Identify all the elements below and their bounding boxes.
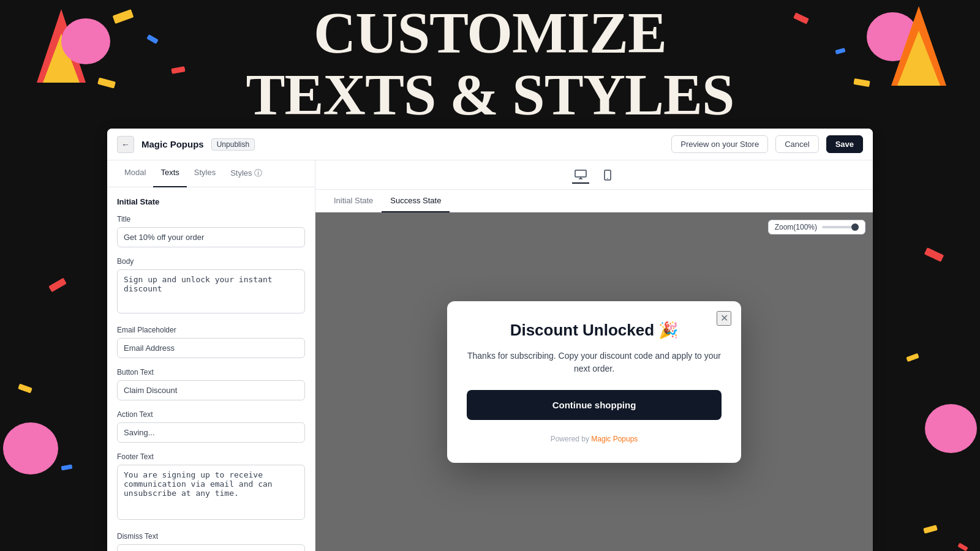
save-button[interactable]: Save <box>826 135 863 153</box>
popup-title: Discount Unlocked 🎉 <box>467 321 722 340</box>
tab-initial-state[interactable]: Initial State <box>325 190 382 212</box>
confetti-r2 <box>835 48 845 54</box>
confetti-r3 <box>853 78 870 87</box>
toolbar: ← Magic Popups Unpublish Preview on your… <box>107 129 873 160</box>
section-title: Initial State <box>117 197 305 206</box>
svg-rect-0 <box>575 170 586 177</box>
preview-toolbar <box>315 160 873 190</box>
zoom-label: Zoom(100%) <box>775 223 817 231</box>
confetti-2 <box>146 34 159 44</box>
confetti-side-l2 <box>18 384 32 394</box>
popup-close-button[interactable]: ✕ <box>717 311 731 326</box>
right-panel: Initial State Success State Zoom(100%) ✕… <box>315 160 873 551</box>
pink-blob-side-l <box>3 422 58 474</box>
right-side-deco <box>873 129 980 551</box>
confetti-side-r4 <box>923 525 938 533</box>
continue-shopping-button[interactable]: Continue shopping <box>467 390 722 420</box>
confetti-side-l3 <box>61 464 73 470</box>
dismiss-text-input[interactable] <box>117 544 305 551</box>
popup-modal: ✕ Discount Unlocked 🎉 Thanks for subscri… <box>447 301 741 463</box>
tab-styles0[interactable]: Styles ⓘ <box>223 160 270 187</box>
left-side-deco <box>0 129 107 551</box>
powered-by-link[interactable]: Magic Popups <box>591 435 638 443</box>
back-button[interactable]: ← <box>117 136 134 153</box>
confetti-r1 <box>793 12 809 24</box>
action-text-input[interactable] <box>117 422 305 443</box>
body-input[interactable]: Sign up and unlock your instant discount <box>117 269 305 313</box>
confetti-side-l1 <box>48 278 67 293</box>
zoom-slider[interactable] <box>822 226 859 228</box>
tab-styles[interactable]: Styles <box>187 160 223 187</box>
tab-texts[interactable]: Texts <box>153 160 186 187</box>
field-dismiss-text: Dismiss Text <box>117 532 305 551</box>
preview-button[interactable]: Preview on your Store <box>671 135 768 153</box>
confetti-side-r5 <box>957 542 968 551</box>
popup-body: Thanks for subscribing. Copy your discou… <box>467 350 722 375</box>
mobile-icon[interactable] <box>599 167 616 184</box>
desktop-icon[interactable] <box>572 167 589 184</box>
nav-tabs: Modal Texts Styles Styles ⓘ <box>107 160 315 187</box>
field-action-text: Action Text <box>117 410 305 443</box>
field-footer-text: Footer Text You are signing up to receiv… <box>117 452 305 522</box>
field-email-placeholder: Email Placeholder <box>117 326 305 358</box>
pink-blob-side-r <box>925 404 977 453</box>
confetti-side-r1 <box>924 247 944 262</box>
popup-footer: Powered by Magic Popups <box>467 435 722 443</box>
left-panel: Modal Texts Styles Styles ⓘ Initial Stat… <box>107 160 315 551</box>
field-title: Title <box>117 215 305 247</box>
state-tabs: Initial State Success State <box>315 190 873 212</box>
status-badge[interactable]: Unpublish <box>211 138 255 151</box>
powered-by-prefix: Powered by <box>551 435 592 443</box>
tab-success-state[interactable]: Success State <box>382 190 450 212</box>
confetti-1 <box>113 9 134 24</box>
pink-blob-left <box>61 18 110 64</box>
svg-point-4 <box>607 178 608 179</box>
confetti-3 <box>171 66 185 74</box>
email-placeholder-input[interactable] <box>117 338 305 358</box>
left-panel-body: Initial State Title Body Sign up and unl… <box>107 187 315 551</box>
footer-text-input[interactable]: You are signing up to receive communicat… <box>117 465 305 520</box>
preview-area: Zoom(100%) ✕ Discount Unlocked 🎉 Thanks … <box>315 212 873 551</box>
tab-modal[interactable]: Modal <box>117 160 153 187</box>
hero-section: CUSTOMIZE TEXTS & STYLES <box>0 0 980 129</box>
cancel-button[interactable]: Cancel <box>775 135 818 153</box>
field-body: Body Sign up and unlock your instant dis… <box>117 257 305 316</box>
field-button-text: Button Text <box>117 368 305 400</box>
confetti-4 <box>97 78 116 89</box>
title-input[interactable] <box>117 227 305 247</box>
button-text-input[interactable] <box>117 380 305 400</box>
right-party-hat <box>891 6 946 86</box>
editor-container: ← Magic Popups Unpublish Preview on your… <box>107 129 873 551</box>
main-content: Modal Texts Styles Styles ⓘ Initial Stat… <box>107 160 873 551</box>
confetti-side-r2 <box>906 353 919 362</box>
app-name: Magic Popups <box>141 139 204 149</box>
zoom-indicator: Zoom(100%) <box>768 220 865 234</box>
hero-title: CUSTOMIZE TEXTS & STYLES <box>246 2 734 126</box>
